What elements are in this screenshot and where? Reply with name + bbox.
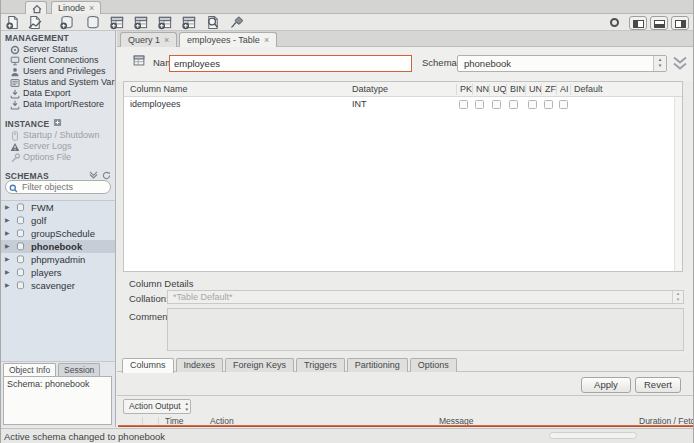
instance-header: INSTANCE (5, 119, 49, 129)
col-header-uq[interactable]: UQ (493, 82, 507, 97)
home-tab[interactable] (25, 1, 47, 14)
create-procedure-icon[interactable] (181, 15, 197, 30)
col-header-ai[interactable]: AI (560, 82, 569, 97)
schema-row-golf[interactable]: ▶golf (1, 214, 115, 227)
tab-triggers[interactable]: Triggers (296, 358, 345, 372)
connection-tab-linode[interactable]: Linode× (51, 1, 101, 14)
col-header-nn[interactable]: NN (476, 82, 489, 97)
system-variables-icon (10, 78, 20, 88)
horizontal-scrollbar-thumb[interactable] (549, 432, 637, 439)
toggle-bottom-panel-icon[interactable] (650, 16, 668, 30)
checkbox-zf[interactable] (544, 100, 553, 109)
col-header-zf[interactable]: ZF (545, 82, 556, 97)
schema-filter-input[interactable] (22, 181, 108, 193)
schema-row-fwm[interactable]: ▶FWM (1, 201, 115, 214)
expand-icon[interactable]: ▶ (5, 201, 10, 214)
close-icon[interactable]: × (264, 35, 269, 45)
management-header: MANAGEMENT (5, 33, 69, 43)
client-connections-icon (10, 56, 20, 66)
checkbox-ai[interactable] (559, 100, 568, 109)
comment-textarea[interactable] (167, 308, 684, 351)
new-query-icon[interactable] (5, 15, 21, 30)
expand-icon[interactable]: ▶ (5, 214, 10, 227)
schema-icon (16, 229, 25, 238)
expand-icon[interactable]: ▶ (5, 266, 10, 279)
tab-indexes[interactable]: Indexes (176, 358, 224, 372)
output-selector[interactable]: Action Output ▴▾ (123, 399, 191, 414)
tab-partitioning[interactable]: Partitioning (347, 358, 408, 372)
toggle-right-panel-icon[interactable] (671, 16, 689, 30)
tab-session[interactable]: Session (58, 363, 100, 376)
expand-icon[interactable]: ▶ (5, 227, 10, 240)
mysql-workbench-window: Linode× MANAGEMENT Server Status Client … (0, 0, 694, 443)
reconnect-icon[interactable] (229, 15, 245, 30)
checkbox-pk[interactable] (459, 100, 468, 109)
schema-row-groupschedule[interactable]: ▶groupSchedule (1, 227, 115, 240)
sidebar-item-system-variables[interactable]: Status and System Variables (1, 77, 115, 88)
stepper-icon[interactable]: ▴▾ (672, 291, 683, 303)
collation-label: Collation: (129, 293, 169, 304)
column-row-idemployees[interactable]: idemployees INT (124, 97, 674, 111)
expand-icon[interactable]: ▶ (5, 253, 10, 266)
alter-table-icon[interactable] (133, 15, 149, 30)
col-header-pk[interactable]: PK (460, 82, 472, 97)
tab-query-1[interactable]: Query 1× (120, 32, 177, 47)
stepper-icon[interactable]: ▴▾ (653, 56, 666, 71)
expand-icon[interactable]: ▶ (5, 240, 10, 253)
col-header-bin[interactable]: BIN (510, 82, 525, 97)
toggle-left-panel-icon[interactable] (629, 16, 647, 30)
tab-options[interactable]: Options (410, 358, 457, 372)
tab-columns[interactable]: Columns (122, 358, 174, 373)
apply-button[interactable]: Apply (581, 377, 631, 393)
editor-section-tabs: ColumnsIndexesForeign KeysTriggersPartit… (117, 357, 693, 372)
sidebar-item-server-logs[interactable]: Server Logs (1, 141, 115, 152)
checkbox-bin[interactable] (509, 100, 518, 109)
close-icon[interactable]: × (89, 3, 94, 13)
col-header-name[interactable]: Column Name (130, 82, 188, 97)
schema-select[interactable]: phonebook ▴▾ (457, 55, 667, 72)
grid-vertical-scrollbar[interactable] (674, 97, 682, 271)
sidebar-item-data-import[interactable]: Data Import/Restore (1, 99, 115, 110)
revert-button[interactable]: Revert (635, 377, 681, 393)
col-header-default[interactable]: Default (574, 82, 603, 97)
expand-header-chevrons-icon[interactable] (671, 54, 689, 72)
action-output-panel: Action Output ▴▾ Time Action Message Dur… (117, 396, 693, 427)
checkbox-un[interactable] (528, 100, 537, 109)
expand-icon[interactable]: ▶ (5, 279, 10, 292)
schema-row-phonebook[interactable]: ▶phonebook (1, 240, 115, 253)
table-icon (132, 54, 146, 67)
checkbox-nn[interactable] (475, 100, 484, 109)
sidebar-item-users-privileges[interactable]: Users and Privileges (1, 66, 115, 77)
refresh-schemas-icon[interactable] (102, 171, 111, 180)
create-view-icon[interactable] (157, 15, 173, 30)
cell-column-name: idemployees (130, 97, 181, 111)
collapse-all-icon[interactable] (89, 171, 98, 180)
table-name-input[interactable] (169, 55, 412, 72)
close-icon[interactable]: × (164, 35, 169, 45)
schema-row-players[interactable]: ▶players (1, 266, 115, 279)
tab-employees-table[interactable]: employees - Table× (179, 32, 277, 48)
search-data-icon[interactable] (205, 15, 221, 30)
create-table-icon[interactable] (109, 15, 125, 30)
sidebar-item-options-file[interactable]: Options File (1, 152, 115, 163)
cell-datatype: INT (352, 97, 367, 111)
output-selection-divider (118, 425, 693, 427)
schema-icon (16, 242, 25, 251)
schema-row-scavenger[interactable]: ▶scavenger (1, 279, 115, 292)
sidebar-item-startup-shutdown[interactable]: Startup / Shutdown (1, 130, 115, 141)
options-file-icon (10, 153, 20, 163)
schema-row-phpmyadmin[interactable]: ▶phpmyadmin (1, 253, 115, 266)
open-script-icon[interactable] (27, 15, 43, 30)
alter-schema-icon[interactable] (85, 15, 101, 30)
col-header-datatype[interactable]: Datatype (352, 82, 388, 97)
create-schema-icon[interactable] (59, 15, 75, 30)
collation-select[interactable]: *Table Default* ▴▾ (167, 290, 684, 304)
sidebar-item-server-status[interactable]: Server Status (1, 44, 115, 55)
tab-foreign-keys[interactable]: Foreign Keys (225, 358, 294, 372)
sidebar-item-client-connections[interactable]: Client Connections (1, 55, 115, 66)
sidebar-item-data-export[interactable]: Data Export (1, 88, 115, 99)
server-status-icon (10, 45, 20, 55)
checkbox-uq[interactable] (492, 100, 501, 109)
tab-object-info[interactable]: Object Info (3, 363, 56, 376)
columns-grid: Column Name Datatype PK NN UQ BIN UN ZF … (123, 81, 683, 272)
